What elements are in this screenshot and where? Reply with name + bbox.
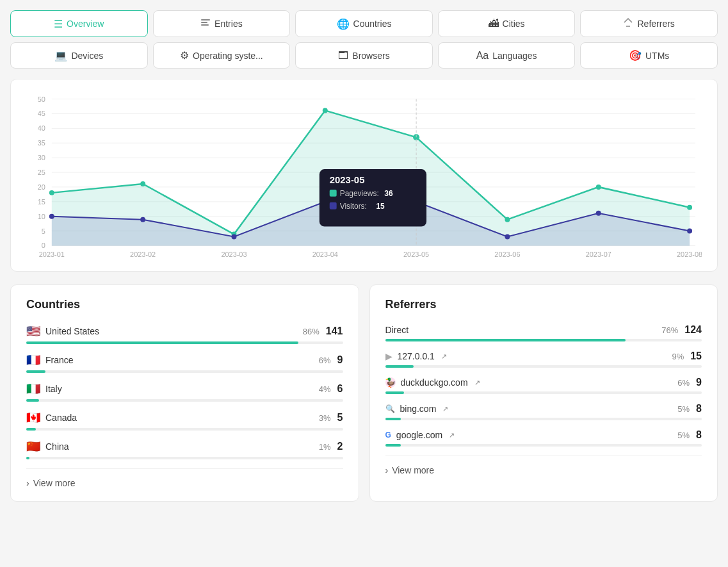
external-link-icon-bing: ↗ xyxy=(442,405,448,413)
svg-text:15: 15 xyxy=(38,198,45,206)
svg-text:40: 40 xyxy=(38,124,45,132)
svg-point-27 xyxy=(49,190,54,195)
tab-utms[interactable]: 🎯 UTMs xyxy=(580,42,718,69)
bar-fill-cn xyxy=(26,457,29,459)
panels-row: Countries 🇺🇸 United States 86% 141 xyxy=(10,284,718,502)
chevron-right-icon-ref: › xyxy=(385,465,389,475)
flag-cn: 🇨🇳 xyxy=(26,440,40,454)
svg-text:15: 15 xyxy=(376,202,385,211)
svg-rect-1 xyxy=(201,22,207,23)
svg-rect-0 xyxy=(201,19,210,21)
svg-point-28 xyxy=(140,181,145,186)
devices-icon: 💻 xyxy=(54,49,67,62)
bar-fill-us xyxy=(26,341,298,344)
svg-text:50: 50 xyxy=(38,95,45,103)
svg-point-30 xyxy=(323,108,328,113)
external-link-icon-127: ↗ xyxy=(441,352,447,361)
browsers-icon: 🗔 xyxy=(338,50,348,62)
svg-text:30: 30 xyxy=(38,154,45,161)
tab-entries[interactable]: Entries xyxy=(153,10,291,37)
svg-text:2023-05: 2023-05 xyxy=(403,251,429,258)
svg-text:10: 10 xyxy=(38,213,45,220)
countries-panel: Countries 🇺🇸 United States 86% 141 xyxy=(10,284,359,502)
countries-view-more[interactable]: › View more xyxy=(26,468,343,488)
svg-point-34 xyxy=(687,205,692,210)
utms-icon: 🎯 xyxy=(629,49,642,62)
svg-text:Pageviews:: Pageviews: xyxy=(340,189,379,198)
country-row-us: 🇺🇸 United States 86% 141 xyxy=(26,324,343,344)
svg-text:2023-04: 2023-04 xyxy=(312,251,338,258)
bar-bg-ca xyxy=(26,428,343,431)
svg-text:20: 20 xyxy=(38,183,45,191)
tab-countries[interactable]: 🌐 Countries xyxy=(295,10,433,37)
bar-fill-ca xyxy=(26,428,36,431)
tab-overview[interactable]: ☰ Overview xyxy=(10,10,148,37)
flag-ca: 🇨🇦 xyxy=(26,411,40,425)
entries-icon xyxy=(200,17,211,30)
localhost-icon: ▶ xyxy=(385,351,392,361)
svg-point-36 xyxy=(140,217,145,222)
tab-languages[interactable]: Aa Languages xyxy=(438,42,576,69)
country-row-fr: 🇫🇷 France 6% 9 xyxy=(26,353,343,373)
referrers-title: Referrers xyxy=(385,298,702,311)
referrers-icon xyxy=(623,17,633,30)
tab-browsers[interactable]: 🗔 Browsers xyxy=(295,42,433,69)
countries-title: Countries xyxy=(26,298,343,311)
svg-point-33 xyxy=(596,185,601,190)
country-row-ca: 🇨🇦 Canada 3% 5 xyxy=(26,411,343,431)
country-row-cn: 🇨🇳 China 1% 2 xyxy=(26,440,343,459)
bar-bg-fr xyxy=(26,370,343,373)
svg-text:35: 35 xyxy=(38,139,45,147)
bar-fill-fr xyxy=(26,370,45,373)
svg-point-32 xyxy=(505,217,510,222)
bar-bg-cn xyxy=(26,457,343,459)
bing-icon: 🔍 xyxy=(385,404,395,413)
svg-text:2023-02: 2023-02 xyxy=(130,251,156,258)
svg-point-40 xyxy=(505,234,510,240)
referrers-panel: Referrers Direct 76% 124 xyxy=(369,284,718,502)
svg-text:2023-03: 2023-03 xyxy=(221,251,247,258)
referrer-row-127: ▶ 127.0.0.1 ↗ 9% 15 xyxy=(385,350,702,368)
operating-icon: ⚙ xyxy=(180,49,189,62)
tab-operating[interactable]: ⚙ Operating syste... xyxy=(153,42,291,69)
svg-text:2023-01: 2023-01 xyxy=(39,251,65,258)
referrer-row-google: G google.com ↗ 5% 8 xyxy=(385,429,702,447)
referrer-row-ddg: 🦆 duckduckgo.com ↗ 6% 9 xyxy=(385,377,702,394)
svg-text:2023-07: 2023-07 xyxy=(586,251,611,258)
bar-bg-us xyxy=(26,341,343,344)
svg-text:45: 45 xyxy=(38,110,45,117)
referrer-row-direct: Direct 76% 124 xyxy=(385,324,702,341)
countries-icon: 🌐 xyxy=(337,18,350,30)
tabs-row-1: ☰ Overview Entries 🌐 Countries 🏙 Cities … xyxy=(10,10,718,37)
tab-cities[interactable]: 🏙 Cities xyxy=(438,10,576,37)
svg-point-37 xyxy=(231,234,236,240)
tab-referrers[interactable]: Referrers xyxy=(580,10,718,37)
overview-icon: ☰ xyxy=(54,18,63,30)
svg-text:5: 5 xyxy=(42,227,45,235)
bar-bg-it xyxy=(26,399,343,402)
svg-text:2023-05: 2023-05 xyxy=(330,174,365,185)
tab-devices[interactable]: 💻 Devices xyxy=(10,42,148,69)
svg-rect-57 xyxy=(330,202,337,210)
svg-point-41 xyxy=(596,211,601,216)
duckduckgo-icon: 🦆 xyxy=(385,377,396,388)
svg-rect-54 xyxy=(330,190,337,197)
svg-point-35 xyxy=(49,214,54,219)
flag-us: 🇺🇸 xyxy=(26,324,40,338)
svg-text:0: 0 xyxy=(42,242,45,249)
svg-text:2023-08: 2023-08 xyxy=(677,251,702,258)
country-row-it: 🇮🇹 Italy 4% 6 xyxy=(26,382,343,402)
chevron-right-icon: › xyxy=(26,478,29,488)
flag-fr: 🇫🇷 xyxy=(26,353,40,367)
google-icon: G xyxy=(385,431,391,440)
svg-text:25: 25 xyxy=(38,168,45,176)
languages-icon: Aa xyxy=(476,50,489,62)
referrer-row-bing: 🔍 bing.com ↗ 5% 8 xyxy=(385,403,702,420)
svg-point-42 xyxy=(687,229,692,234)
referrers-view-more[interactable]: › View more xyxy=(385,456,702,475)
flag-it: 🇮🇹 xyxy=(26,382,40,396)
svg-text:2023-06: 2023-06 xyxy=(494,251,520,258)
chart-container: 50 45 40 35 30 25 20 15 10 5 0 xyxy=(10,79,718,272)
tabs-row-2: 💻 Devices ⚙ Operating syste... 🗔 Browser… xyxy=(10,42,718,69)
svg-rect-2 xyxy=(201,24,209,26)
